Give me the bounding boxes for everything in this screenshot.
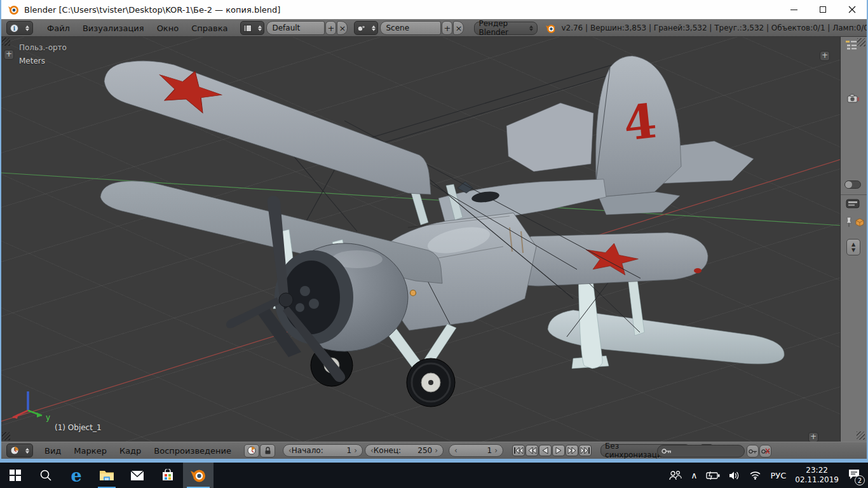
frame-end-field[interactable]: ‹ Конец: 250 ›	[365, 444, 444, 457]
blender-window: Blender [C:\Users\tvister\Desktop\KOR-1\…	[0, 0, 868, 463]
taskbar-blender-button[interactable]	[183, 463, 214, 488]
tail-number: 4	[621, 93, 659, 151]
current-frame-field[interactable]: ‹ 1 ›	[449, 444, 503, 457]
wifi-icon[interactable]	[749, 471, 761, 480]
airplane-model[interactable]: 4	[100, 56, 784, 407]
clock-icon	[10, 446, 19, 455]
pin-icon[interactable]	[843, 216, 854, 227]
viewport-canvas[interactable]: 4	[1, 37, 840, 442]
minimize-button[interactable]	[779, 0, 808, 19]
jump-to-end-button[interactable]	[579, 445, 592, 456]
plus-icon: +	[328, 24, 335, 33]
maximize-button[interactable]	[808, 0, 837, 19]
increment-arrow[interactable]: ›	[354, 446, 357, 455]
menu-frame[interactable]: Кадр	[113, 446, 147, 456]
taskbar-mail-button[interactable]	[122, 463, 153, 488]
resize-grip[interactable]	[2, 37, 10, 46]
taskbar-explorer-button[interactable]	[92, 463, 122, 488]
screen-layout-icon-button[interactable]	[240, 21, 264, 35]
object-origin[interactable]	[410, 290, 416, 296]
menu-playback[interactable]: Воспроизведение	[147, 446, 238, 456]
play-button[interactable]	[552, 445, 565, 456]
info-icon: i	[10, 24, 18, 32]
svg-text:i: i	[13, 25, 16, 32]
timeline-editor-selector[interactable]	[6, 444, 33, 458]
insert-keyframe-button[interactable]	[747, 445, 759, 458]
active-object-label: (1) Object_1	[55, 423, 102, 432]
editor-type-selector[interactable]: i	[6, 21, 33, 35]
add-layout-button[interactable]: +	[325, 21, 336, 35]
notification-center-button[interactable]: 2	[848, 468, 860, 482]
timeline-header: Вид Маркер Кадр Воспроизведение ‹ Начало	[1, 442, 867, 459]
speaker-icon[interactable]	[729, 471, 740, 480]
taskbar-search-button[interactable]	[31, 463, 61, 488]
left-upper-wing	[104, 61, 431, 194]
mail-icon	[130, 470, 144, 481]
menu-marker[interactable]: Маркер	[67, 446, 113, 456]
key-delete-icon	[761, 448, 770, 455]
menu-window[interactable]: Окно	[151, 24, 186, 33]
scene-statistics: v2.76 | Вершин:3,853 | Граней:3,532 | Тр…	[561, 24, 867, 32]
delete-layout-button[interactable]: ×	[337, 21, 348, 35]
axis-y-label: y	[46, 413, 50, 422]
edge-icon: e	[71, 466, 81, 485]
menu-view[interactable]: Вид	[38, 446, 67, 456]
decrement-arrow[interactable]: ‹	[454, 446, 458, 455]
scene-field[interactable]: Scene	[380, 21, 441, 35]
time-toggle-button[interactable]	[244, 444, 259, 458]
red-dot-wingtip	[694, 268, 702, 273]
properties-panel-expand-button[interactable]: +	[820, 51, 830, 61]
start-button[interactable]	[0, 463, 31, 488]
menu-file[interactable]: Файл	[41, 24, 76, 33]
increment-arrow[interactable]: ›	[435, 446, 438, 455]
taskbar: e	[0, 463, 868, 488]
frame-start-field[interactable]: ‹ Начало: 1 ›	[283, 444, 363, 457]
properties-region[interactable]: ▲▼	[840, 37, 867, 442]
toolshelf-expand-button[interactable]: +	[4, 50, 14, 60]
battery-icon[interactable]	[706, 471, 720, 480]
previous-keyframe-button[interactable]	[526, 445, 538, 456]
tray-chevron-icon[interactable]: ∧	[691, 470, 697, 480]
jump-to-start-button[interactable]	[512, 445, 525, 456]
render-engine-dropdown[interactable]: Рендер Blender	[474, 22, 538, 35]
menu-help[interactable]: Справка	[185, 24, 234, 33]
object-tab-cube-icon[interactable]	[854, 217, 865, 227]
playback-controls	[512, 445, 592, 456]
layout-selector-arrows	[258, 25, 262, 31]
people-icon[interactable]	[669, 470, 682, 480]
file-explorer-icon	[99, 469, 114, 482]
layout-icon	[243, 25, 252, 32]
delete-keyframe-button[interactable]	[759, 445, 771, 458]
language-indicator[interactable]: РУС	[770, 471, 786, 480]
clock-time: 23:22	[795, 466, 839, 475]
panel-expand-button[interactable]: +	[808, 432, 818, 442]
menu-render[interactable]: Визуализация	[76, 24, 151, 33]
taskbar-clock[interactable]: 23:22 02.11.2019	[795, 466, 839, 485]
screen-layout-field[interactable]: Default	[266, 21, 325, 35]
lock-toggle-button[interactable]	[260, 444, 275, 458]
title-bar[interactable]: Blender [C:\Users\tvister\Desktop\KOR-1\…	[1, 0, 867, 19]
resize-grip[interactable]	[857, 431, 865, 440]
next-keyframe-button[interactable]	[566, 445, 578, 456]
scene-icon	[357, 24, 365, 32]
blender-logo-icon	[8, 4, 19, 15]
x-icon: ×	[339, 24, 346, 33]
resize-grip[interactable]	[2, 432, 10, 440]
keying-set-field[interactable]	[657, 445, 745, 458]
plus-icon: +	[444, 24, 451, 33]
close-button[interactable]	[837, 0, 867, 19]
scene-selector-arrows	[372, 25, 376, 31]
play-reverse-button[interactable]	[539, 445, 552, 456]
delete-scene-button[interactable]: ×	[453, 21, 464, 35]
scene-icon-button[interactable]	[354, 21, 378, 35]
taskbar-store-button[interactable]	[153, 463, 183, 488]
add-scene-button[interactable]: +	[442, 21, 452, 35]
display-toggle[interactable]	[844, 180, 861, 189]
viewport-3d[interactable]: 4	[1, 37, 840, 442]
taskbar-edge-button[interactable]: e	[61, 463, 92, 488]
clock-icon	[247, 446, 256, 455]
render-tab-camera-icon[interactable]	[847, 93, 860, 104]
increment-arrow[interactable]: ›	[494, 446, 498, 455]
properties-editor-icon[interactable]	[846, 198, 861, 210]
context-stepper[interactable]: ▲▼	[846, 239, 860, 255]
